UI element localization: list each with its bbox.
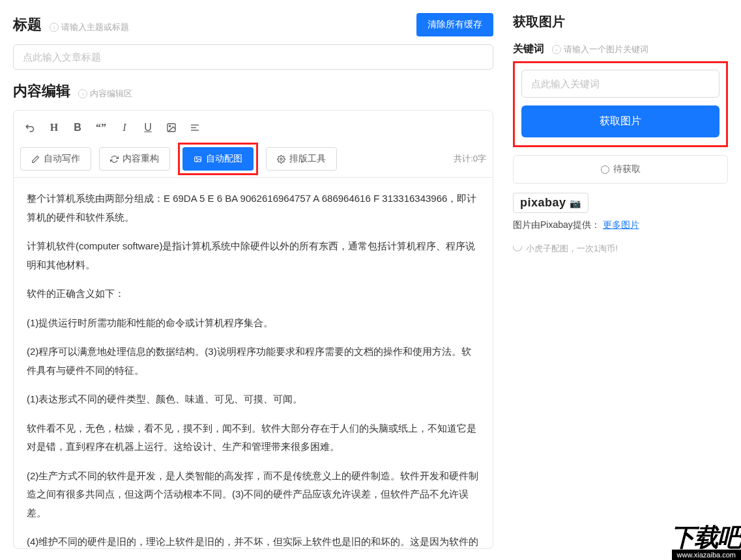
watermark-logo: 下载吧 [671,526,741,548]
svg-point-7 [280,158,282,160]
paragraph: 软件看不见，无色，枯燥，看不见，摸不到，闻不到。软件大部分存在于人们的头脑或纸上… [27,419,480,456]
settings-icon [277,155,285,163]
photo-icon [194,155,202,163]
content-header: 内容编辑 i 内容编辑区 [13,81,493,101]
refresh-icon [110,155,119,163]
paragraph: (2)生产方式不同的软件是开发，是人类智能的高发挥，而不是传统意义上的硬件制造。… [27,467,480,523]
editor-toolbar: H B “” I U 自动写作 内容重构 [13,110,493,178]
paragraph: 整个计算机系统由两部分组成：E 69DA 5 E 6 BA 9062616964… [27,189,480,227]
watermark-url: www.xiazaiba.com [672,550,741,560]
keyword-input[interactable] [521,70,719,98]
pending-status: 待获取 [513,155,728,184]
heading-icon[interactable]: H [44,119,65,137]
clear-cache-button[interactable]: 清除所有缓存 [416,13,493,36]
keyword-header: 关键词 i 请输入一个图片关键词 [513,42,728,56]
circle-icon [601,165,609,174]
paragraph: 计算机软件(computer software)是指计算机系统中除硬件以外的所有… [27,237,480,274]
watermark: 下载吧 www.xiazaiba.com [671,526,741,560]
pixabay-badge: pixabay 📷 [513,193,588,213]
paragraph: 软件的正确含义如下： [27,285,480,303]
keyword-hint: i 请输入一个图片关键词 [552,44,648,55]
provider-line: 图片由Pixabay提供： 更多图片 [513,219,728,231]
camera-icon: 📷 [570,198,581,208]
content-hint: i 内容编辑区 [78,88,132,100]
info-icon: i [78,89,87,98]
editor-body[interactable]: 整个计算机系统由两部分组成：E 69DA 5 E 6 BA 9062616964… [13,178,493,549]
title-hint: i 请输入主题或标题 [50,21,129,33]
paragraph: (1)提供运行时所需功能和性能的命令或计算机程序集合。 [27,314,480,333]
footer-note: 小虎子配图，一次1淘币! [513,243,728,255]
image-icon[interactable] [161,119,182,137]
keyword-label: 关键词 [513,42,544,56]
info-icon: i [50,23,59,32]
align-left-icon[interactable] [184,119,205,137]
info-icon: i [552,45,561,54]
undo-icon[interactable] [20,119,41,137]
highlight-keyword-box: 获取图片 [513,61,728,147]
auto-image-button[interactable]: 自动配图 [182,147,254,171]
auto-write-button[interactable]: 自动写作 [20,147,91,171]
paragraph: (1)表达形式不同的硬件类型、颜色、味道、可见、可摸、可闻。 [27,390,480,409]
svg-point-6 [196,158,197,159]
paragraph: (4)维护不同的硬件是旧的，理论上软件是旧的，并不坏，但实际上软件也是旧的和坏的… [27,533,480,549]
bowl-icon [513,246,522,251]
fetch-image-title: 获取图片 [513,13,728,31]
title-header: 标题 i 请输入主题或标题 清除所有缓存 [13,13,493,36]
italic-icon[interactable]: I [114,119,135,137]
highlight-auto-image: 自动配图 [178,143,258,175]
rebuild-button[interactable]: 内容重构 [99,147,170,171]
svg-point-1 [169,126,171,127]
content-label: 内容编辑 [13,83,70,99]
title-input[interactable] [13,44,493,70]
fetch-image-button[interactable]: 获取图片 [521,105,719,137]
word-count: 共计:0字 [454,153,486,165]
underline-icon[interactable]: U [138,119,158,137]
layout-tool-button[interactable]: 排版工具 [266,147,337,171]
pencil-icon [31,155,40,163]
paragraph: (2)程序可以满意地处理信息的数据结构。(3)说明程序功能要求和程序需要的文档的… [27,343,480,380]
more-images-link[interactable]: 更多图片 [603,219,639,230]
quote-icon[interactable]: “” [91,119,111,137]
title-label: 标题 [13,16,42,33]
bold-icon[interactable]: B [67,119,88,137]
